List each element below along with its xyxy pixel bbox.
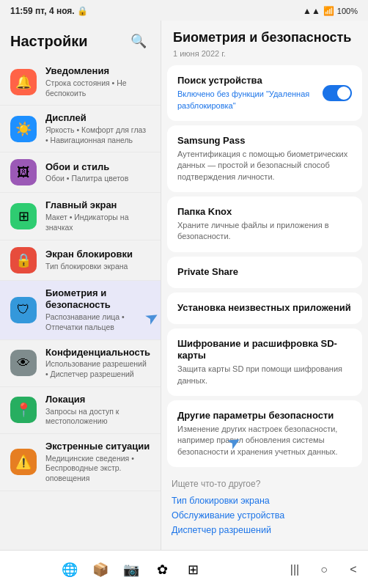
nav-camera[interactable]: 📷: [118, 556, 144, 583]
sidebar-item-notifications[interactable]: 🔔 Уведомления Строка состояния • Не бесп…: [0, 59, 161, 106]
status-bar: 11:59 пт, 4 ноя. 🔒 ▲▲ 📶 100%: [0, 0, 368, 21]
display-text: Дисплей Яркость • Комфорт для глаз • Нав…: [45, 112, 150, 145]
other-security-title: Другие параметры безопасности: [177, 410, 352, 422]
section-find-device: Поиск устройства Включено без функции "У…: [167, 65, 362, 121]
right-date: 1 июня 2022 г.: [173, 49, 356, 58]
item-other-security[interactable]: Другие параметры безопасности Изменение …: [167, 400, 362, 467]
search-button[interactable]: 🔍: [127, 29, 150, 53]
location-label: Локация: [45, 394, 150, 406]
notifications-desc: Строка состояния • Не беспокоить: [45, 78, 150, 98]
notifications-label: Уведомления: [45, 65, 150, 78]
left-panel: Настройки 🔍 🔔 Уведомления Строка состоян…: [0, 21, 161, 550]
wallpaper-desc: Обои • Палитра цветов: [45, 174, 150, 184]
unknown-apps-content: Установка неизвестных приложений: [177, 302, 352, 315]
battery-text: 100%: [337, 7, 358, 15]
biometrics-icon: 🛡: [10, 297, 37, 323]
wallpaper-text: Обои и стиль Обои • Палитра цветов: [45, 161, 150, 185]
location-text: Локация Запросы на доступ к местоположен…: [45, 394, 150, 427]
nav-apps-grid[interactable]: ⊞: [180, 556, 206, 583]
other-security-content: Другие параметры безопасности Изменение …: [177, 410, 352, 457]
wallpaper-label: Обои и стиль: [45, 161, 150, 174]
item-sd-encrypt[interactable]: Шифрование и расшифровка SD-карты Защита…: [167, 328, 362, 397]
biometrics-text: Биометрия и безопасность Распознавание л…: [45, 287, 150, 333]
right-header: Биометрия и безопасность 1 июня 2022 г.: [161, 21, 368, 61]
item-find-device[interactable]: Поиск устройства Включено без функции "У…: [167, 65, 362, 121]
sidebar-item-wallpaper[interactable]: 🖼 Обои и стиль Обои • Палитра цветов: [0, 152, 161, 193]
section-knox: Папка Knox Храните личные файлы и прилож…: [167, 196, 362, 252]
knox-desc: Храните личные файлы и приложения в безо…: [177, 220, 352, 243]
lockscreen-label: Экран блокировки: [45, 249, 150, 261]
nav-back[interactable]: <: [346, 562, 361, 577]
private-share-content: Private Share: [177, 266, 352, 279]
samsung-pass-desc: Аутентификация с помощью биометрических …: [177, 149, 352, 183]
nav-store[interactable]: 📦: [87, 556, 114, 583]
private-share-title: Private Share: [177, 266, 352, 279]
knox-title: Папка Knox: [177, 206, 352, 218]
looking-link-permissions[interactable]: Диспетчер разрешений: [172, 523, 358, 537]
bottom-nav: 🌐 📦 📷 ✿ ⊞ ||| ○ <: [0, 550, 368, 588]
section-private-share: Private Share: [167, 257, 362, 288]
emergency-icon: ⚠️: [10, 449, 37, 475]
sidebar-item-privacy[interactable]: 👁 Конфиденциальность Использование разре…: [0, 340, 161, 387]
samsung-pass-title: Samsung Pass: [177, 135, 352, 147]
biometrics-label: Биометрия и безопасность: [45, 287, 150, 312]
home-text: Главный экран Макет • Индикаторы на знач…: [45, 199, 150, 232]
emergency-label: Экстренные ситуации: [45, 441, 150, 453]
app-shortcuts: 🌐 📦 📷 ✿ ⊞: [7, 556, 255, 583]
looking-link-lockscreen[interactable]: Тип блокировки экрана: [172, 493, 358, 508]
sidebar-item-lockscreen[interactable]: 🔒 Экран блокировки Тип блокировки экрана: [0, 240, 161, 281]
notifications-text: Уведомления Строка состояния • Не беспок…: [45, 65, 150, 98]
find-device-content: Поиск устройства Включено без функции "У…: [177, 75, 317, 111]
sidebar-item-emergency[interactable]: ⚠️ Экстренные ситуации Медицинские сведе…: [0, 434, 161, 491]
section-sd-encrypt: Шифрование и расшифровка SD-карты Защита…: [167, 328, 362, 397]
right-panel: Биометрия и безопасность 1 июня 2022 г. …: [161, 21, 368, 550]
location-icon: 📍: [10, 397, 37, 423]
section-unknown-apps: Установка неизвестных приложений: [167, 293, 362, 324]
nav-browser[interactable]: 🌐: [56, 556, 83, 583]
sd-encrypt-content: Шифрование и расшифровка SD-карты Защита…: [177, 338, 352, 387]
lockscreen-text: Экран блокировки Тип блокировки экрана: [45, 249, 150, 272]
knox-content: Папка Knox Храните личные файлы и прилож…: [177, 206, 352, 243]
signal-icon: ▲▲: [303, 6, 320, 16]
samsung-pass-content: Samsung Pass Аутентификация с помощью би…: [177, 135, 352, 183]
privacy-text: Конфиденциальность Использование разреше…: [45, 347, 150, 380]
home-icon: ⊞: [10, 203, 37, 229]
sidebar-item-display[interactable]: ☀️ Дисплей Яркость • Комфорт для глаз • …: [0, 106, 161, 152]
display-label: Дисплей: [45, 112, 150, 125]
nav-app4[interactable]: ✿: [149, 556, 175, 583]
wifi-icon: 📶: [323, 6, 334, 16]
sidebar-item-biometrics[interactable]: 🛡 Биометрия и безопасность Распознавание…: [0, 281, 161, 340]
privacy-desc: Использование разрешений • Диспетчер раз…: [45, 359, 150, 379]
lockscreen-icon: 🔒: [10, 247, 37, 273]
display-desc: Яркость • Комфорт для глаз • Навигационн…: [45, 125, 150, 145]
location-desc: Запросы на доступ к местоположению: [45, 407, 150, 427]
sd-encrypt-title: Шифрование и расшифровка SD-карты: [177, 338, 352, 363]
panel-header: Настройки 🔍: [0, 21, 161, 59]
nav-recents[interactable]: |||: [287, 562, 302, 577]
unknown-apps-title: Установка неизвестных приложений: [177, 302, 352, 315]
find-device-title: Поиск устройства: [177, 75, 317, 87]
home-label: Главный экран: [45, 199, 150, 212]
biometrics-desc: Распознавание лица • Отпечатки пальцев: [45, 312, 150, 332]
find-device-toggle[interactable]: [323, 85, 352, 101]
status-indicators: ▲▲ 📶 100%: [303, 6, 358, 16]
display-icon: ☀️: [10, 116, 37, 142]
sidebar-item-home[interactable]: ⊞ Главный экран Макет • Индикаторы на зн…: [0, 193, 161, 240]
item-knox[interactable]: Папка Knox Храните личные файлы и прилож…: [167, 196, 362, 252]
right-title: Биометрия и безопасность: [173, 29, 356, 46]
item-unknown-apps[interactable]: Установка неизвестных приложений: [167, 293, 362, 324]
other-security-desc: Изменение других настроек безопасности, …: [177, 424, 352, 457]
item-samsung-pass[interactable]: Samsung Pass Аутентификация с помощью би…: [167, 125, 362, 192]
main-container: Настройки 🔍 🔔 Уведомления Строка состоян…: [0, 21, 368, 550]
looking-title: Ищете что-то другое?: [172, 479, 358, 489]
section-other-security: Другие параметры безопасности Изменение …: [167, 400, 362, 467]
emergency-desc: Медицинские сведения • Беспроводные экст…: [45, 454, 150, 484]
sidebar-item-location[interactable]: 📍 Локация Запросы на доступ к местополож…: [0, 387, 161, 434]
looking-link-maintenance[interactable]: Обслуживание устройства: [172, 508, 358, 523]
nav-home[interactable]: ○: [317, 562, 331, 577]
item-private-share[interactable]: Private Share: [167, 257, 362, 288]
system-nav: ||| ○ <: [273, 562, 361, 577]
home-desc: Макет • Индикаторы на значках: [45, 213, 150, 232]
wallpaper-icon: 🖼: [10, 159, 37, 185]
lockscreen-desc: Тип блокировки экрана: [45, 262, 150, 272]
